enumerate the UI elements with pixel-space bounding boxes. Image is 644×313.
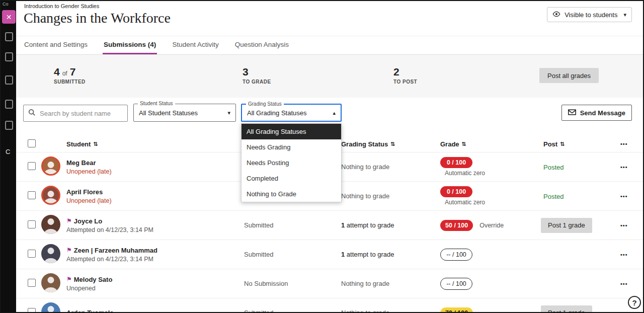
grading-status-option[interactable]: Needs Grading xyxy=(242,139,341,155)
grade-pill[interactable]: 0 / 100 xyxy=(440,186,472,197)
post-grade-button[interactable]: Post 1 grade xyxy=(541,218,592,233)
breadcrumb[interactable]: Introduction to Gender Studies xyxy=(24,3,99,9)
column-header-grading-status[interactable]: Grading Status ⇅ xyxy=(341,140,440,148)
override-label: Override xyxy=(479,222,504,229)
submission-status: Submitted xyxy=(244,221,341,229)
column-header-student[interactable]: Student ⇅ xyxy=(66,140,244,148)
row-checkbox[interactable] xyxy=(28,279,36,287)
sort-icon: ⇅ xyxy=(390,141,395,147)
grading-status-select[interactable]: Grading Status All Grading Statuses ▴ Al… xyxy=(241,104,342,122)
row-overflow-button[interactable]: ••• xyxy=(617,222,643,228)
submission-status: Submitted xyxy=(244,309,341,313)
student-status-select[interactable]: Student Status All Student Statuses ▾ xyxy=(133,104,236,122)
tab-content-and-settings[interactable]: Content and Settings xyxy=(23,36,89,54)
table-overflow-button[interactable]: ••• xyxy=(617,141,643,147)
column-header-grade[interactable]: Grade ⇅ xyxy=(440,140,541,148)
row-checkbox[interactable] xyxy=(28,220,36,228)
student-name[interactable]: Melody Sato xyxy=(74,276,113,283)
grade-pill[interactable]: -- / 100 xyxy=(440,278,472,290)
grading-status-value: All Grading Statuses xyxy=(247,109,307,117)
sidebar-icon[interactable] xyxy=(5,75,13,85)
student-name[interactable]: April Flores xyxy=(66,188,103,196)
row-overflow-button[interactable]: ••• xyxy=(617,252,643,258)
row-overflow-button[interactable]: ••• xyxy=(617,193,643,199)
student-status-value: All Student Statuses xyxy=(139,109,198,117)
stat-to-grade: 3 TO GRADE xyxy=(243,66,271,85)
submission-status: No Submission xyxy=(244,280,341,287)
flag-icon: ⚑ xyxy=(66,218,72,224)
tab-question-analysis[interactable]: Question Analysis xyxy=(234,36,290,54)
grading-status-option[interactable]: Needs Posting xyxy=(242,155,341,171)
grading-status-option[interactable]: Nothing to Grade xyxy=(242,186,341,202)
student-name[interactable]: Zeen | Farzeen Muhammad xyxy=(74,247,157,254)
flag-icon: ⚑ xyxy=(66,247,72,253)
avatar xyxy=(41,186,60,205)
grade-pill[interactable]: 70 / 100 xyxy=(440,307,473,313)
sidebar-icon[interactable] xyxy=(5,121,13,130)
row-checkbox[interactable] xyxy=(28,308,36,313)
avatar xyxy=(41,156,60,176)
sidebar-icon[interactable] xyxy=(5,100,13,109)
tab-bar: Content and Settings Submissions (4) Stu… xyxy=(16,36,643,55)
sidebar-icon[interactable] xyxy=(5,52,13,61)
search-input[interactable] xyxy=(39,109,123,118)
student-name[interactable]: Joyce Lo xyxy=(74,217,102,225)
grading-status-option[interactable]: Completed xyxy=(242,171,341,186)
student-name[interactable]: Arden Tuomala xyxy=(66,309,114,313)
page-header: Introduction to Gender Studies Changes i… xyxy=(16,1,643,36)
stat-submitted: 4 of 7 SUBMITTED xyxy=(54,66,86,85)
grade-pill[interactable]: 50 / 100 xyxy=(440,220,473,231)
visibility-button[interactable]: Visible to students ▾ xyxy=(547,7,632,22)
visibility-label: Visible to students xyxy=(565,11,617,19)
submitted-of: of xyxy=(62,70,67,77)
avatar xyxy=(41,302,60,313)
tab-submissions[interactable]: Submissions (4) xyxy=(103,36,157,54)
grading-status-option[interactable]: All Grading Statuses xyxy=(242,124,341,139)
close-panel-button[interactable]: ✕ xyxy=(2,10,16,24)
grading-status-cell: Nothing to grade xyxy=(341,309,440,313)
row-overflow-button[interactable]: ••• xyxy=(617,281,643,287)
submission-subtext: Attempted on 4/12/23, 3:14 PM xyxy=(66,226,244,233)
submission-subtext: Unopened (late) xyxy=(66,168,244,175)
grading-status-cell: 1 attempt to grade xyxy=(341,221,440,229)
envelope-icon xyxy=(568,109,576,117)
row-checkbox[interactable] xyxy=(28,191,36,199)
student-name[interactable]: Meg Bear xyxy=(66,159,96,167)
submitted-total: 7 xyxy=(70,66,76,78)
send-message-label: Send Message xyxy=(580,109,625,117)
submitted-count: 4 xyxy=(54,66,60,78)
posted-label: Posted xyxy=(541,193,564,200)
posted-label: Posted xyxy=(541,164,564,171)
post-all-grades-button[interactable]: Post all grades xyxy=(539,68,599,83)
row-checkbox[interactable] xyxy=(28,162,36,170)
sort-icon: ⇅ xyxy=(93,141,98,147)
stats-bar: 4 of 7 SUBMITTED 3 TO GRADE 2 TO POST Po… xyxy=(16,55,643,98)
grade-note: Automatic zero xyxy=(445,170,541,177)
grading-status-label: Grading Status xyxy=(246,101,284,107)
chevron-down-icon: ▾ xyxy=(621,12,626,18)
table-row: ⚑ Melody Sato Unopened No Submission Not… xyxy=(16,269,643,298)
to-post-count: 2 xyxy=(393,66,399,78)
search-icon xyxy=(28,109,35,118)
row-overflow-button[interactable]: ••• xyxy=(617,310,643,313)
send-message-button[interactable]: Send Message xyxy=(561,105,632,121)
main-content: Introduction to Gender Studies Changes i… xyxy=(16,1,643,312)
sort-icon: ⇅ xyxy=(462,141,466,147)
column-header-post[interactable]: Post ⇅ xyxy=(541,140,617,148)
help-button[interactable]: ? xyxy=(628,296,641,309)
sidebar-icon[interactable] xyxy=(5,32,13,41)
row-checkbox[interactable] xyxy=(28,250,36,258)
flag-icon: ⚑ xyxy=(66,276,72,282)
row-overflow-button[interactable]: ••• xyxy=(617,164,643,170)
tab-student-activity[interactable]: Student Activity xyxy=(171,36,219,54)
post-grade-button[interactable]: Post 1 grade xyxy=(541,305,592,313)
rail-partial-text: Co xyxy=(3,2,9,7)
chevron-up-icon: ▴ xyxy=(333,110,336,116)
grade-pill[interactable]: 0 / 100 xyxy=(440,157,472,168)
close-icon: ✕ xyxy=(6,13,12,21)
submission-subtext: Unopened xyxy=(66,285,244,292)
sort-icon: ⇅ xyxy=(560,141,565,147)
select-all-checkbox[interactable] xyxy=(28,139,36,147)
avatar xyxy=(41,273,60,292)
grade-pill[interactable]: -- / 100 xyxy=(440,249,472,261)
